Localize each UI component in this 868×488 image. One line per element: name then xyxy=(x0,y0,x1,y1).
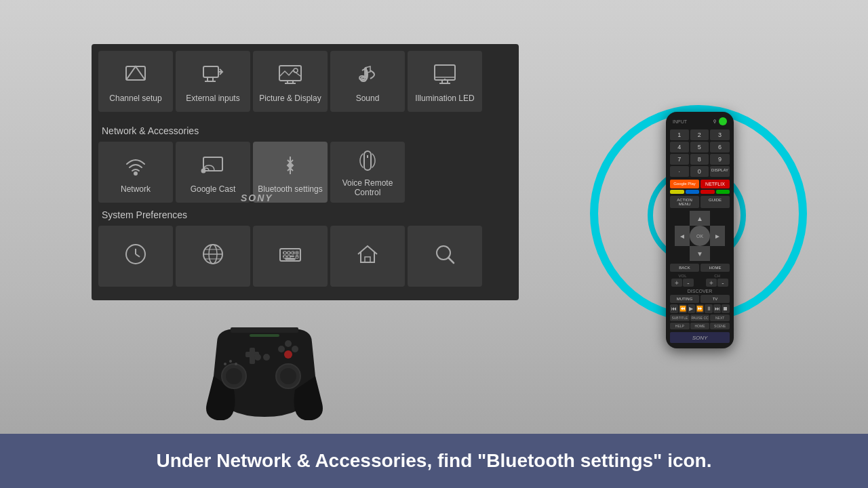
remote-back-btn[interactable]: BACK xyxy=(670,264,699,272)
remote-vol-col: VOL + - xyxy=(671,274,694,287)
globe-item[interactable] xyxy=(176,226,250,287)
remote-btn-3[interactable]: 3 xyxy=(710,129,730,140)
remote-netflix-btn[interactable]: NETFLIX xyxy=(701,180,730,188)
remote-subtitle-btn[interactable]: SUBTITLE xyxy=(670,314,690,321)
remote-btn-7[interactable]: 7 xyxy=(670,154,689,165)
monitor-icon xyxy=(431,61,458,88)
svg-rect-18 xyxy=(203,157,222,171)
remote-play-btn[interactable]: ▶ xyxy=(688,304,696,313)
remote-google-btn[interactable]: Google Play xyxy=(670,180,699,188)
clock-item[interactable] xyxy=(98,226,173,287)
remote-pause-btn[interactable]: ⏸ xyxy=(705,304,713,313)
remote-brand-text: SONY xyxy=(692,335,708,341)
svg-line-52 xyxy=(448,258,454,263)
input-icon xyxy=(199,61,226,88)
network-item[interactable]: Network xyxy=(98,142,173,203)
remote-help-btn[interactable]: HELP xyxy=(670,323,690,329)
remote-power-dot xyxy=(719,117,727,125)
remote-action-btn[interactable]: ACTION MENU xyxy=(670,196,699,208)
nav-right-btn[interactable]: ► xyxy=(710,226,725,246)
remote-btn-1[interactable]: 1 xyxy=(670,129,689,140)
illumination-led-item[interactable]: Illumination LED xyxy=(408,51,482,112)
remote-guide-btn[interactable]: GUIDE xyxy=(701,196,730,208)
picture-display-item[interactable]: Picture & Display xyxy=(253,51,328,112)
remote-btn-4[interactable]: 4 xyxy=(670,142,689,152)
remote-btn-5[interactable]: 5 xyxy=(690,142,709,152)
remote-pause-cc-btn[interactable]: PAUSE CC xyxy=(690,314,710,321)
nav-left-btn[interactable]: ◄ xyxy=(675,226,690,246)
caption-text: Under Network & Accessories, find "Bluet… xyxy=(157,450,712,472)
bluetooth-icon xyxy=(277,152,304,179)
nav-empty-br xyxy=(710,246,725,261)
remote-stop-btn[interactable]: ⏹ xyxy=(722,304,730,313)
remote-prev-btn[interactable]: ⏮ xyxy=(670,304,678,313)
remote-ff-btn[interactable]: ⏩ xyxy=(696,304,704,313)
channel-setup-label: Channel setup xyxy=(109,94,161,103)
remote-color-row xyxy=(670,190,730,194)
remote-btn-0[interactable]: 0 xyxy=(690,166,709,177)
top-icons-row: Channel setup External inputs xyxy=(92,44,519,119)
accessories-row: Network Google Cast xyxy=(92,142,519,203)
illumination-led-label: Illumination LED xyxy=(415,94,474,103)
remote-red-btn[interactable] xyxy=(701,190,715,194)
vol-label: VOL xyxy=(678,274,686,278)
remote-scene-btn[interactable]: SCENE xyxy=(710,323,730,329)
svg-point-57 xyxy=(280,368,296,384)
remote-green-btn[interactable] xyxy=(716,190,730,194)
remote-mute-row: MUTING TV xyxy=(670,295,730,303)
vol-plus-btn[interactable]: + xyxy=(671,279,682,287)
remote-blue-btn[interactable] xyxy=(686,190,700,194)
remote-btn-2[interactable]: 2 xyxy=(690,129,709,140)
remote-next2-btn[interactable]: NEXT xyxy=(710,314,730,321)
search-item[interactable] xyxy=(408,226,482,287)
remote-input-label: INPUT xyxy=(673,119,687,124)
remote-yellow-btn[interactable] xyxy=(670,190,684,194)
remote-back-row: BACK HOME xyxy=(670,264,730,272)
picture-icon xyxy=(277,61,304,88)
svg-rect-66 xyxy=(250,334,279,337)
remote-home-btn[interactable]: HOME xyxy=(701,264,730,272)
remote-btn-8[interactable]: 8 xyxy=(690,154,709,165)
nav-ok-btn[interactable]: OK xyxy=(690,226,710,246)
vol-minus-btn[interactable]: - xyxy=(683,279,694,287)
ch-plus-btn[interactable]: + xyxy=(706,279,717,287)
remote-home2-btn[interactable]: HOME xyxy=(690,323,710,329)
google-cast-item[interactable]: Google Cast xyxy=(176,142,250,203)
home-item[interactable] xyxy=(330,226,405,287)
external-inputs-item[interactable]: External inputs xyxy=(176,51,250,112)
sound-item[interactable]: Sound xyxy=(330,51,405,112)
remote-icon xyxy=(354,148,381,173)
nav-up-btn[interactable]: ▲ xyxy=(690,211,710,226)
svg-point-68 xyxy=(229,360,232,363)
system-section-label: System Preferences xyxy=(92,203,519,226)
channel-setup-item[interactable]: Channel setup xyxy=(98,51,173,112)
nav-down-btn[interactable]: ▼ xyxy=(690,246,710,261)
remote-btn-display[interactable]: DISPLAY xyxy=(710,166,730,177)
clock-icon xyxy=(122,241,149,268)
svg-point-19 xyxy=(202,169,205,173)
remote-btn-9[interactable]: 9 xyxy=(710,154,730,165)
remote-numpad: 1 2 3 4 5 6 7 8 9 · 0 DISPLAY xyxy=(670,129,730,177)
controller-shape xyxy=(190,315,339,420)
svg-line-25 xyxy=(136,254,140,257)
remote-mute-btn[interactable]: MUTING xyxy=(670,295,699,303)
remote-btn-dot[interactable]: · xyxy=(670,166,689,177)
keyboard-item[interactable] xyxy=(253,226,328,287)
remote-tv-btn[interactable]: TV xyxy=(701,295,730,303)
remote-mic-label: 🎙 xyxy=(713,119,717,124)
remote-btn-6[interactable]: 6 xyxy=(710,142,730,152)
remote-action-row: ACTION MENU GUIDE xyxy=(670,196,730,208)
remote-next-btn[interactable]: ⏭ xyxy=(713,304,722,313)
svg-point-67 xyxy=(224,363,226,365)
svg-rect-21 xyxy=(364,151,371,170)
voice-remote-item[interactable]: Voice Remote Control xyxy=(330,142,405,203)
nav-empty-tl xyxy=(675,211,690,226)
ch-label: CH xyxy=(714,274,720,278)
nav-empty-tr xyxy=(710,211,725,226)
svg-point-60 xyxy=(284,350,292,359)
nav-empty-bl xyxy=(675,246,690,261)
sound-label: Sound xyxy=(356,94,380,103)
remote-rew-btn[interactable]: ⏪ xyxy=(679,304,687,313)
ch-minus-btn[interactable]: - xyxy=(717,279,728,287)
network-label: Network xyxy=(121,184,151,194)
